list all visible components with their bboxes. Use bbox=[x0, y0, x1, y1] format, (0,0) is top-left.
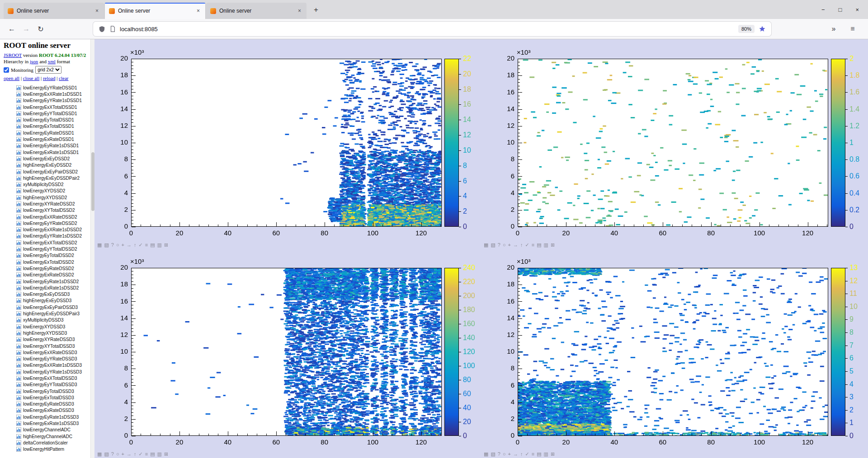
action-clear[interactable]: clear bbox=[59, 75, 68, 81]
toolbar-check-icon[interactable]: ✓ bbox=[139, 451, 143, 457]
toolbar-expand-icon[interactable]: ⊞ bbox=[164, 451, 168, 457]
list-item[interactable]: lowEnergyEyYRateDSSD2 bbox=[4, 220, 90, 226]
toolbar-stats-icon[interactable]: ▤ bbox=[150, 451, 155, 457]
toolbar-menu-icon[interactable]: ≡ bbox=[532, 242, 534, 248]
toolbar-arrow-up-icon[interactable]: ↑ bbox=[520, 242, 523, 248]
list-item[interactable]: lowEnergyXYRateDSSD3 bbox=[4, 336, 90, 343]
toolbar-arrow-right-icon[interactable]: → bbox=[513, 242, 518, 248]
list-item[interactable]: highEnergyExEyDSSD2 bbox=[4, 162, 90, 168]
app-menu-button[interactable]: ≡ bbox=[845, 25, 860, 33]
maximize-button[interactable]: □ bbox=[839, 6, 842, 13]
toolbar-arrow-right-icon[interactable]: → bbox=[513, 451, 518, 457]
list-item[interactable]: lowEnergyExEyPairDSSD3 bbox=[4, 304, 90, 310]
toolbar-stats-icon[interactable]: ▤ bbox=[537, 451, 541, 457]
list-item[interactable]: lowEnergyXYDSSD3 bbox=[4, 323, 90, 330]
toolbar-move-icon[interactable]: + bbox=[122, 242, 124, 248]
toolbar-arrow-right-icon[interactable]: → bbox=[127, 242, 132, 248]
back-button[interactable]: ← bbox=[5, 25, 19, 33]
list-item[interactable]: lowEnergyExXRate1sDSSD3 bbox=[4, 362, 90, 369]
plot-canvas-1[interactable] bbox=[481, 39, 868, 249]
list-item[interactable]: lowEnergyExRate1sDSSD3 bbox=[4, 420, 90, 426]
url-text[interactable]: localhost:8085 bbox=[120, 26, 734, 33]
list-item[interactable]: lowEnergyEyRateDSSD3 bbox=[4, 401, 90, 407]
list-item[interactable]: lowEnergyExTotalDSSD3 bbox=[4, 394, 90, 401]
list-item[interactable]: lowEnergyExXTotalDSSD2 bbox=[4, 239, 90, 246]
list-item[interactable]: highEnergyExEyDSSDPair2 bbox=[4, 175, 90, 181]
toolbar-editor-icon[interactable]: ▥ bbox=[157, 451, 162, 457]
list-item[interactable]: highEnergyExEyDSSD3 bbox=[4, 298, 90, 304]
toolbar-snapshot-icon[interactable]: ▧ bbox=[491, 451, 495, 457]
tab-close-icon[interactable]: × bbox=[94, 8, 100, 14]
scrollbar-thumb[interactable] bbox=[91, 152, 94, 211]
toolbar-arrow-up-icon[interactable]: ↑ bbox=[134, 242, 137, 248]
list-item[interactable]: lowEnergyEyRate1sDSSD1 bbox=[4, 143, 90, 149]
monitoring-checkbox[interactable] bbox=[4, 67, 9, 73]
bookmark-star-icon[interactable] bbox=[759, 25, 766, 33]
tab-close-icon[interactable]: × bbox=[297, 8, 302, 14]
list-item[interactable]: lowEnergyEyYRate1sDSSD3 bbox=[4, 369, 90, 375]
toolbar-editor-icon[interactable]: ▥ bbox=[544, 242, 548, 248]
toolbar-grid-icon[interactable]: ▦ bbox=[97, 242, 102, 248]
toolbar-editor-icon[interactable]: ▥ bbox=[544, 451, 548, 457]
list-item[interactable]: xyMultiplicityDSSD3 bbox=[4, 317, 90, 323]
list-item[interactable]: lowEnergyEyRate1sDSSD3 bbox=[4, 414, 90, 420]
list-item[interactable]: highEnergyXYDSSD3 bbox=[4, 330, 90, 336]
list-item[interactable]: lowEnergyExRate1sDSSD2 bbox=[4, 285, 90, 291]
toolbar-zoom-icon[interactable]: ○ bbox=[503, 242, 506, 248]
list-item[interactable]: lowEnergyEyYTotalDSSD2 bbox=[4, 246, 90, 252]
list-item[interactable]: lowEnergyExEyDSSD2 bbox=[4, 155, 90, 162]
toolbar-stats-icon[interactable]: ▤ bbox=[150, 242, 155, 248]
toolbar-move-icon[interactable]: + bbox=[508, 242, 511, 248]
toolbar-check-icon[interactable]: ✓ bbox=[139, 242, 143, 248]
grid-select[interactable]: grid 2x2 bbox=[35, 66, 61, 74]
list-item[interactable]: lowEnergyExTotalDSSD2 bbox=[4, 259, 90, 265]
browser-tab-1[interactable]: Online server× bbox=[105, 3, 205, 19]
toolbar-zoom-icon[interactable]: ○ bbox=[116, 451, 119, 457]
list-item[interactable]: lowEnergyEyYRate1sDSSD2 bbox=[4, 233, 90, 239]
close-button[interactable]: × bbox=[855, 6, 859, 13]
list-item[interactable]: lowEnergyEyTotalDSSD2 bbox=[4, 252, 90, 259]
list-item[interactable]: lowEnergyExRateDSSD1 bbox=[4, 136, 90, 142]
list-item[interactable]: highEnergyChannelADC bbox=[4, 433, 90, 439]
plot-canvas-2[interactable] bbox=[94, 248, 481, 458]
list-item[interactable]: lowEnergyChannelADC bbox=[4, 427, 90, 433]
toolbar-expand-icon[interactable]: ⊞ bbox=[551, 451, 555, 457]
toolbar-zoom-icon[interactable]: ○ bbox=[503, 451, 506, 457]
list-item[interactable]: lowEnergyXYRateDSSD2 bbox=[4, 201, 90, 207]
jsroot-link[interactable]: JSROOT bbox=[4, 52, 22, 58]
list-item[interactable]: lowEnergyEyRate1sDSSD2 bbox=[4, 278, 90, 285]
list-item[interactable]: lowEnergyEyRateDSSD1 bbox=[4, 130, 90, 136]
browser-tab-2[interactable]: Online server× bbox=[206, 3, 307, 19]
list-item[interactable]: lowEnergyXYDSSD2 bbox=[4, 188, 90, 194]
sidebar-scrollbar[interactable] bbox=[90, 39, 94, 458]
new-tab-button[interactable]: + bbox=[309, 3, 323, 17]
list-item[interactable]: lowEnergyExRateDSSD2 bbox=[4, 272, 90, 278]
toolbar-editor-icon[interactable]: ▥ bbox=[157, 242, 162, 248]
plot-canvas-3[interactable] bbox=[481, 248, 868, 458]
toolbar-grid-icon[interactable]: ▦ bbox=[484, 242, 488, 248]
tab-close-icon[interactable]: × bbox=[195, 8, 201, 14]
toolbar-arrow-right-icon[interactable]: → bbox=[127, 451, 132, 457]
list-item[interactable]: lowEnergyExTotalDSSD1 bbox=[4, 123, 90, 130]
list-item[interactable]: lowEnergyExXRate1sDSSD2 bbox=[4, 227, 90, 233]
shield-icon[interactable] bbox=[99, 26, 105, 33]
toolbar-help-icon[interactable]: ? bbox=[111, 242, 114, 248]
toolbar-move-icon[interactable]: + bbox=[122, 451, 124, 457]
list-item[interactable]: lowEnergyExXRate1sDSSD1 bbox=[4, 91, 90, 97]
list-item[interactable]: lowEnergyExXTotalDSSD3 bbox=[4, 375, 90, 381]
toolbar-zoom-icon[interactable]: ○ bbox=[116, 242, 119, 248]
toolbar-move-icon[interactable]: + bbox=[508, 451, 511, 457]
list-item[interactable]: lowEnergyXYTotalDSSD3 bbox=[4, 343, 90, 349]
toolbar-menu-icon[interactable]: ≡ bbox=[145, 451, 148, 457]
forward-button[interactable]: → bbox=[19, 25, 33, 33]
toolbar-arrow-up-icon[interactable]: ↑ bbox=[520, 451, 523, 457]
zoom-indicator[interactable]: 80% bbox=[738, 25, 755, 33]
list-item[interactable]: lowEnergyXYTotalDSSD2 bbox=[4, 207, 90, 214]
list-item[interactable]: lowEnergyEyYRate1sDSSD1 bbox=[4, 98, 90, 104]
toolbar-grid-icon[interactable]: ▦ bbox=[97, 451, 102, 457]
list-item[interactable]: lowEnergyExXRateDSSD2 bbox=[4, 214, 90, 220]
toolbar-check-icon[interactable]: ✓ bbox=[525, 451, 529, 457]
toolbar-expand-icon[interactable]: ⊞ bbox=[164, 242, 168, 248]
toolbar-arrow-up-icon[interactable]: ↑ bbox=[134, 451, 137, 457]
toolbar-snapshot-icon[interactable]: ▧ bbox=[104, 242, 108, 248]
